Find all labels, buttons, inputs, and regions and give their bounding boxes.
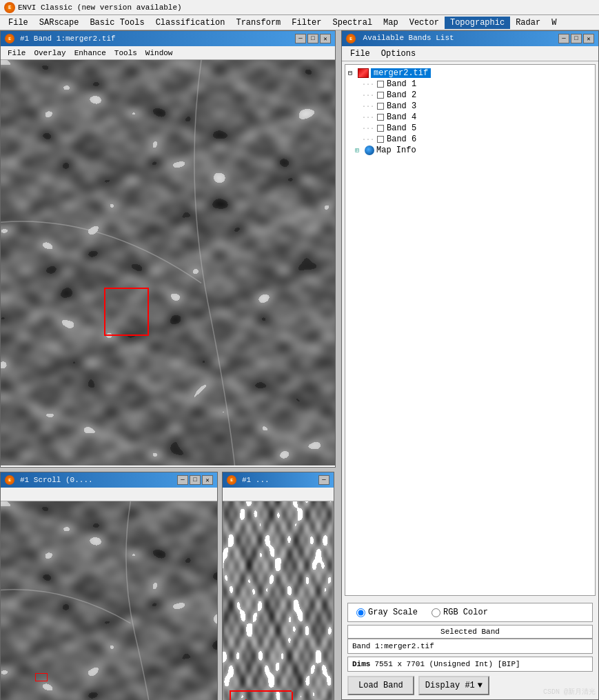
tree-dotted-1: ··· bbox=[362, 81, 374, 88]
image-window-menu: File Overlay Enhance Tools Window bbox=[1, 46, 335, 60]
img-menu-overlay[interactable]: Overlay bbox=[30, 48, 70, 58]
band-5-checkbox[interactable] bbox=[377, 125, 384, 132]
left-panel: E #1 Band 1:merger2.tif — □ ✕ File Overl… bbox=[0, 30, 341, 700]
band-6-checkbox[interactable] bbox=[377, 136, 384, 143]
band-4-label[interactable]: Band 4 bbox=[387, 112, 416, 122]
tree-dotted-2: ··· bbox=[362, 92, 374, 99]
csdn-watermark: CSDN @新月清光 bbox=[543, 687, 596, 697]
zoom-image-content bbox=[223, 501, 334, 700]
map-info-label[interactable]: Map Info bbox=[376, 146, 416, 155]
band-2-label[interactable]: Band 2 bbox=[387, 90, 416, 100]
bands-menu-options[interactable]: Options bbox=[376, 48, 421, 60]
tree-band-2[interactable]: ··· Band 2 bbox=[348, 90, 592, 101]
maximize-button[interactable]: □ bbox=[307, 34, 318, 43]
zoom-window-title: #1 ... bbox=[242, 476, 270, 484]
img-menu-file[interactable]: File bbox=[3, 48, 30, 58]
menu-spectral[interactable]: Spectral bbox=[327, 17, 378, 29]
tree-band-4[interactable]: ··· Band 4 bbox=[348, 112, 592, 123]
load-band-button[interactable]: Load Band bbox=[347, 676, 414, 695]
menu-topographic[interactable]: Topographic bbox=[445, 17, 510, 29]
scroll-indicator-rect bbox=[35, 673, 48, 681]
zoom-window-menu bbox=[223, 488, 334, 501]
display-mode-row: Gray Scale RGB Color bbox=[347, 603, 593, 622]
zoom-title-left: E #1 ... bbox=[227, 475, 270, 485]
band-3-checkbox[interactable] bbox=[377, 103, 384, 110]
band-1-checkbox[interactable] bbox=[377, 81, 384, 88]
tree-dotted-3: ··· bbox=[362, 103, 374, 110]
bands-menu-file[interactable]: File bbox=[345, 48, 376, 60]
bands-tree-view[interactable]: ⊟ merger2.tif ··· Band 1 ··· Band 2 ··· … bbox=[345, 64, 596, 596]
rgb-radio[interactable] bbox=[432, 608, 440, 617]
display-dropdown-label: Display #1 bbox=[425, 681, 475, 690]
menu-classification[interactable]: Classification bbox=[150, 17, 231, 29]
map-expand-icon[interactable]: ⊞ bbox=[355, 146, 363, 154]
tree-band-5[interactable]: ··· Band 5 bbox=[348, 123, 592, 134]
menu-vector[interactable]: Vector bbox=[404, 17, 445, 29]
tree-band-6[interactable]: ··· Band 6 bbox=[348, 134, 592, 145]
zoom-rect-top bbox=[230, 690, 292, 692]
img-menu-tools[interactable]: Tools bbox=[110, 48, 141, 58]
tree-root-item[interactable]: ⊟ merger2.tif bbox=[348, 68, 592, 79]
bands-window-controls: — □ ✕ bbox=[558, 34, 594, 43]
app-title: ENVI Classic (new version available) bbox=[18, 3, 182, 12]
menu-w[interactable]: W bbox=[546, 17, 562, 29]
menu-map[interactable]: Map bbox=[378, 17, 404, 29]
close-button[interactable]: ✕ bbox=[320, 34, 331, 43]
band-4-checkbox[interactable] bbox=[377, 114, 384, 121]
bands-window-icon: E bbox=[346, 34, 356, 43]
bottom-controls: Gray Scale RGB Color Selected Band Band … bbox=[342, 599, 598, 699]
scroll-title-left: E #1 Scroll (0.... bbox=[5, 475, 93, 485]
main-menu-bar: File SARscape Basic Tools Classification… bbox=[0, 15, 599, 30]
grayscale-label: Gray Scale bbox=[368, 608, 418, 617]
main-area: E #1 Band 1:merger2.tif — □ ✕ File Overl… bbox=[0, 30, 599, 700]
grayscale-radio[interactable] bbox=[356, 608, 365, 617]
tree-band-1[interactable]: ··· Band 1 bbox=[348, 79, 592, 90]
menu-filter[interactable]: Filter bbox=[286, 17, 327, 29]
selected-band-value: Band 1:merger2.tif bbox=[347, 639, 593, 654]
bands-minimize-button[interactable]: — bbox=[558, 34, 569, 43]
menu-file[interactable]: File bbox=[3, 17, 34, 29]
tree-dotted-5: ··· bbox=[362, 125, 374, 132]
menu-basic-tools[interactable]: Basic Tools bbox=[84, 17, 150, 29]
tree-map-info[interactable]: ⊞ Map Info bbox=[348, 145, 592, 156]
satellite-image-canvas bbox=[1, 60, 335, 466]
scroll-maximize-button[interactable]: □ bbox=[190, 475, 201, 485]
display-dropdown[interactable]: Display #1 ▼ bbox=[418, 676, 489, 695]
img-menu-window[interactable]: Window bbox=[141, 48, 177, 58]
rgb-option[interactable]: RGB Color bbox=[432, 608, 488, 617]
image-window-title-bar: E #1 Band 1:merger2.tif — □ ✕ bbox=[1, 31, 335, 46]
bands-window-title: Available Bands List bbox=[363, 34, 454, 42]
band-2-checkbox[interactable] bbox=[377, 92, 384, 99]
band-1-label[interactable]: Band 1 bbox=[387, 79, 416, 89]
dropdown-arrow-icon: ▼ bbox=[478, 681, 483, 690]
zoom-minimize-button[interactable]: — bbox=[318, 475, 329, 485]
tree-dotted-4: ··· bbox=[362, 114, 374, 121]
band-6-label[interactable]: Band 6 bbox=[387, 134, 416, 144]
menu-transform[interactable]: Transform bbox=[230, 17, 286, 29]
band-3-label[interactable]: Band 3 bbox=[387, 101, 416, 111]
dims-value: 7551 x 7701 (Unsigned Int) [BIP] bbox=[374, 660, 520, 668]
menu-sarscape[interactable]: SARscape bbox=[34, 17, 85, 29]
zoom-rect-right bbox=[292, 692, 293, 700]
menu-radar[interactable]: Radar bbox=[510, 17, 546, 29]
bands-maximize-button[interactable]: □ bbox=[571, 34, 582, 43]
collapse-icon[interactable]: ⊟ bbox=[348, 69, 356, 77]
tree-band-3[interactable]: ··· Band 3 bbox=[348, 101, 592, 112]
scroll-minimize-button[interactable]: — bbox=[177, 475, 188, 485]
bands-close-button[interactable]: ✕ bbox=[583, 34, 594, 43]
bands-title-bar: E Available Bands List — □ ✕ bbox=[342, 31, 598, 46]
band-5-label[interactable]: Band 5 bbox=[387, 123, 416, 133]
file-name-label[interactable]: merger2.tif bbox=[371, 68, 431, 78]
zoom-window-title-bar: E #1 ... — bbox=[223, 472, 334, 488]
scroll-window-title: #1 Scroll (0.... bbox=[20, 476, 93, 484]
zoom-window-icon: E bbox=[227, 475, 236, 485]
main-image-content bbox=[1, 60, 335, 466]
minimize-button[interactable]: — bbox=[295, 34, 306, 43]
image-window-title: #1 Band 1:merger2.tif bbox=[20, 34, 116, 43]
app-icon: E bbox=[4, 2, 15, 13]
grayscale-option[interactable]: Gray Scale bbox=[356, 608, 418, 617]
scroll-close-button[interactable]: ✕ bbox=[202, 475, 213, 485]
img-menu-enhance[interactable]: Enhance bbox=[70, 48, 110, 58]
scroll-window-controls: — □ ✕ bbox=[177, 475, 213, 485]
rgb-label: RGB Color bbox=[443, 608, 488, 617]
